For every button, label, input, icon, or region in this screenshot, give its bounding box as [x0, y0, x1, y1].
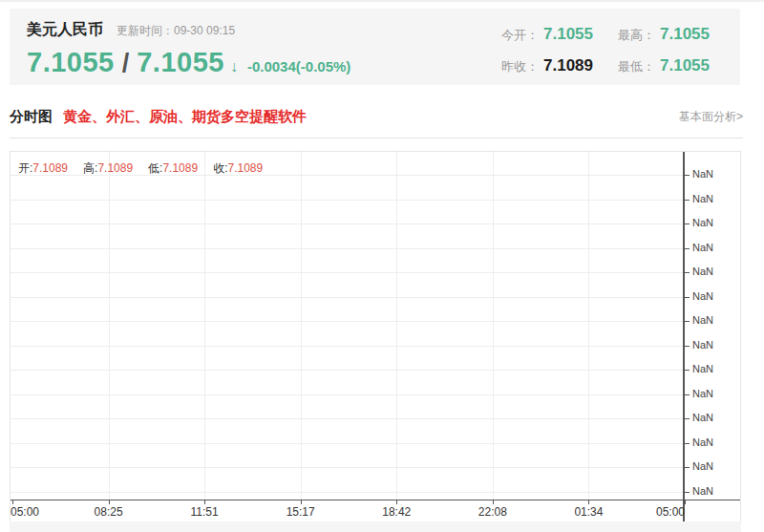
y-tick-label: NaN: [692, 168, 713, 181]
ohlc-close-value: 7.1089: [227, 161, 263, 175]
y-tick-label: NaN: [692, 460, 713, 473]
intraday-chart: 开:7.1089高:7.1089低:7.1089收:7.1089 NaNNaNN…: [10, 151, 741, 521]
stat-high: 最高： 7.1055: [618, 25, 710, 44]
promo-link[interactable]: 黄金、外汇、原油、期货多空提醒软件: [63, 108, 307, 126]
y-tick: [685, 272, 690, 273]
y-tick-label: NaN: [692, 314, 713, 327]
stat-open-label: 今开：: [501, 27, 539, 44]
x-grid-line: [493, 152, 494, 500]
y-tick-label: NaN: [692, 290, 713, 303]
x-tick: [685, 500, 686, 504]
ohlc-open: 开:7.1089: [18, 161, 68, 175]
stat-open-value: 7.1055: [543, 25, 593, 44]
y-grid-line: [11, 467, 683, 468]
quote-main: 美元人民币 更新时间：09-30 09:15 7.1055 / 7.1055 ↓…: [27, 20, 350, 78]
y-tick-label: NaN: [692, 339, 713, 351]
y-grid-line: [11, 248, 683, 249]
x-tick-label: 15:17: [272, 505, 329, 519]
ohlc-low-label: 低:: [148, 161, 162, 175]
y-tick-label: NaN: [692, 242, 713, 254]
x-tick-label: 05:00: [626, 505, 685, 519]
y-tick: [685, 175, 690, 176]
y-tick-label: NaN: [692, 193, 713, 205]
stat-prev-close-value: 7.1089: [543, 56, 593, 75]
stat-prev-close: 昨收： 7.1089: [501, 56, 593, 75]
fundamental-analysis-link[interactable]: 基本面分析>: [679, 109, 743, 125]
quote-title-row: 美元人民币 更新时间：09-30 09:15: [27, 20, 350, 40]
top-divider: [0, 0, 764, 2]
x-tick-label: 18:42: [368, 505, 425, 519]
y-tick-label: NaN: [692, 266, 713, 278]
x-tick-label: 11:51: [176, 505, 233, 519]
y-tick-label: NaN: [692, 412, 713, 424]
y-grid-line: [11, 370, 683, 371]
stat-high-label: 最高：: [618, 27, 655, 44]
ohlc-legend: 开:7.1089高:7.1089低:7.1089收:7.1089: [18, 160, 278, 177]
y-tick: [685, 467, 690, 468]
quote-panel: 美元人民币 更新时间：09-30 09:15 7.1055 / 7.1055 ↓…: [10, 9, 740, 85]
update-time-label: 更新时间：: [117, 24, 174, 37]
y-grid-line: [11, 346, 683, 347]
y-tick-label: NaN: [692, 485, 713, 498]
y-grid-line: [11, 443, 683, 444]
y-grid-line: [11, 297, 683, 298]
x-tick-label: 08:25: [80, 505, 138, 519]
stat-prev-close-label: 昨收：: [501, 58, 539, 75]
y-tick-label: NaN: [692, 388, 713, 400]
y-grid-line: [11, 321, 683, 322]
x-tick: [301, 500, 302, 504]
price-separator: /: [122, 49, 130, 78]
y-grid-line: [11, 272, 683, 273]
y-tick-label: NaN: [692, 436, 713, 449]
ohlc-high: 高:7.1089: [83, 161, 133, 175]
stat-high-value: 7.1055: [660, 25, 710, 44]
stat-low-label: 最低：: [618, 58, 655, 75]
x-tick: [493, 500, 494, 504]
y-tick: [685, 443, 690, 444]
x-grid-line: [588, 152, 589, 500]
y-tick: [685, 200, 690, 201]
section-bar: 分时图 黄金、外汇、原油、期货多空提醒软件 基本面分析>: [10, 105, 743, 128]
y-tick: [685, 492, 690, 493]
x-tick: [204, 500, 205, 504]
ohlc-close-label: 收:: [213, 161, 227, 175]
y-tick: [685, 321, 690, 322]
x-tick: [12, 500, 13, 504]
price-change: -0.0034(-0.05%): [247, 58, 350, 74]
price-down-arrow-icon: ↓: [230, 58, 238, 75]
x-tick: [588, 500, 589, 504]
section-divider: [10, 138, 743, 138]
y-tick: [685, 370, 690, 371]
x-tick-label: 01:34: [560, 505, 617, 519]
y-grid-line: [11, 200, 683, 201]
x-tick-label: 05:00: [11, 505, 39, 519]
y-tick: [685, 394, 690, 395]
x-axis-line: [11, 500, 740, 500]
chart-plot-area[interactable]: [11, 152, 683, 500]
stat-open: 今开： 7.1055: [501, 25, 593, 44]
page: 美元人民币 更新时间：09-30 09:15 7.1055 / 7.1055 ↓…: [0, 0, 764, 532]
y-tick: [685, 223, 690, 224]
update-time: 更新时间：09-30 09:15: [117, 23, 235, 39]
stat-low: 最低： 7.1055: [618, 56, 710, 75]
y-tick: [685, 418, 690, 419]
y-grid-line: [11, 394, 683, 395]
y-tick: [685, 346, 690, 347]
x-grid-line: [204, 152, 205, 500]
bid-price: 7.1055: [27, 47, 115, 78]
stats-grid: 今开： 7.1055 最高： 7.1055 昨收： 7.1089 最低： 7.1…: [501, 25, 710, 75]
ohlc-high-value: 7.1089: [97, 161, 133, 175]
y-grid-line: [11, 418, 683, 419]
ask-price: 7.1055: [137, 47, 224, 78]
update-time-value: 09-30 09:15: [174, 24, 235, 37]
ohlc-open-value: 7.1089: [32, 161, 68, 175]
y-tick-label: NaN: [692, 363, 713, 375]
ohlc-close: 收:7.1089: [213, 161, 263, 175]
y-tick: [685, 248, 690, 249]
ohlc-open-label: 开:: [18, 161, 32, 175]
quote-price-row: 7.1055 / 7.1055 ↓ -0.0034(-0.05%): [27, 47, 350, 78]
ohlc-high-label: 高:: [83, 161, 97, 175]
x-tick-label: 22:08: [464, 505, 521, 519]
x-grid-line: [301, 152, 302, 500]
y-grid-line: [11, 223, 683, 224]
